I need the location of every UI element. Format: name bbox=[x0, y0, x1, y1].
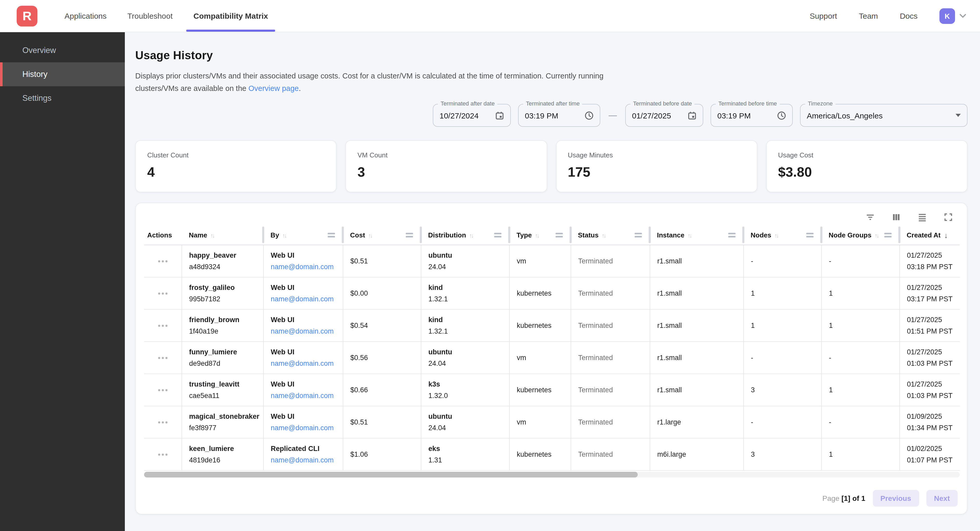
timezone-select[interactable]: Timezone America/Los_Angeles bbox=[800, 104, 967, 127]
sidebar-item-settings[interactable]: Settings bbox=[0, 86, 125, 110]
sidebar: Overview History Settings bbox=[0, 32, 125, 531]
horizontal-scrollbar[interactable] bbox=[144, 471, 960, 477]
email-link[interactable]: name@domain.com bbox=[271, 455, 338, 465]
column-header[interactable]: Instance ↑↓ ↓ bbox=[650, 226, 743, 245]
terminated-before-date-field[interactable]: Terminated before date 01/27/2025 bbox=[625, 104, 703, 127]
email-link[interactable]: name@domain.com bbox=[271, 326, 338, 336]
email-link[interactable]: name@domain.com bbox=[271, 423, 338, 433]
nodes-cell: 1 bbox=[743, 309, 821, 341]
page-description: Displays prior clusters/VMs and their as… bbox=[135, 70, 967, 95]
column-resize-handle[interactable] bbox=[555, 233, 563, 238]
clock-icon[interactable] bbox=[585, 111, 593, 120]
status-cell: Terminated bbox=[571, 374, 650, 406]
sort-icon: ↑↓ bbox=[688, 232, 691, 238]
cluster-name: funny_lumiere bbox=[189, 347, 259, 357]
node-groups-cell: - bbox=[821, 245, 899, 277]
scrollbar-thumb[interactable] bbox=[144, 471, 638, 477]
nav-link-team[interactable]: Team bbox=[859, 11, 878, 20]
filter-icon[interactable] bbox=[863, 210, 878, 225]
field-value: 01/27/2025 bbox=[632, 111, 671, 120]
column-header[interactable]: Node Groups ↑↓ ↓ bbox=[821, 226, 899, 245]
column-header[interactable]: Nodes ↑↓ ↓ bbox=[743, 226, 821, 245]
density-icon[interactable] bbox=[915, 210, 929, 225]
cluster-name: frosty_galileo bbox=[189, 282, 259, 292]
stat-value: $3.80 bbox=[778, 164, 956, 180]
fullscreen-icon[interactable] bbox=[941, 210, 956, 225]
nav-link-docs[interactable]: Docs bbox=[900, 11, 918, 20]
email-link[interactable]: name@domain.com bbox=[271, 294, 338, 304]
table-row: friendly_brown1f40a19e Web UIname@domain… bbox=[144, 309, 960, 341]
column-header[interactable]: Actions ↑↓ ↓ bbox=[144, 226, 181, 245]
node-groups-cell: 1 bbox=[821, 309, 899, 341]
avatar[interactable]: K bbox=[939, 8, 955, 24]
column-header[interactable]: By ↑↓ ↓ bbox=[263, 226, 343, 245]
created-by-source: Web UI bbox=[271, 250, 338, 260]
sort-icon: ↑↓ bbox=[774, 232, 778, 238]
clock-icon[interactable] bbox=[777, 111, 786, 120]
sort-icon: ↑↓ bbox=[368, 232, 372, 238]
terminated-after-date-field[interactable]: Terminated after date 10/27/2024 bbox=[433, 104, 511, 127]
stat-value: 175 bbox=[568, 164, 745, 180]
columns-icon[interactable] bbox=[889, 210, 904, 225]
stat-value: 4 bbox=[147, 164, 325, 180]
terminated-before-time-field[interactable]: Terminated before time 03:19 PM bbox=[711, 104, 793, 127]
replicated-logo[interactable]: R bbox=[17, 5, 37, 26]
sidebar-item-overview[interactable]: Overview bbox=[0, 38, 125, 62]
column-resize-handle[interactable] bbox=[728, 233, 735, 238]
sidebar-item-history[interactable]: History bbox=[0, 62, 125, 86]
row-actions-button[interactable] bbox=[155, 257, 170, 265]
distribution-version: 24.04 bbox=[428, 262, 505, 271]
terminated-after-time-field[interactable]: Terminated after time 03:19 PM bbox=[518, 104, 600, 127]
sort-icon: ↑↓ bbox=[469, 232, 473, 238]
row-actions-button[interactable] bbox=[155, 418, 170, 426]
next-page-button[interactable]: Next bbox=[926, 490, 958, 507]
column-header[interactable]: Status ↑↓ ↓ bbox=[571, 226, 650, 245]
description-line1: Displays prior clusters/VMs and their as… bbox=[135, 72, 603, 80]
nodes-cell: - bbox=[743, 406, 821, 438]
field-value: America/Los_Angeles bbox=[807, 111, 883, 120]
distribution-version: 1.32.1 bbox=[428, 326, 505, 336]
column-header[interactable]: Name ↑↓ ↓ bbox=[181, 226, 263, 245]
email-link[interactable]: name@domain.com bbox=[271, 358, 338, 368]
nav-item-compatibility-matrix[interactable]: Compatibility Matrix bbox=[185, 0, 277, 32]
column-header[interactable]: Created At ↑↓ ↓ bbox=[899, 226, 960, 245]
distribution-name: eks bbox=[428, 444, 505, 453]
account-menu[interactable]: K bbox=[939, 8, 966, 24]
created-date: 01/02/2025 bbox=[907, 444, 956, 453]
column-resize-handle[interactable] bbox=[806, 233, 813, 238]
row-actions-button[interactable] bbox=[155, 386, 170, 394]
cost-cell: $0.51 bbox=[343, 245, 421, 277]
column-resize-handle[interactable] bbox=[884, 233, 892, 238]
created-date: 01/27/2025 bbox=[907, 315, 956, 325]
email-link[interactable]: name@domain.com bbox=[271, 390, 338, 400]
calendar-icon[interactable] bbox=[495, 111, 504, 120]
type-cell: kubernetes bbox=[509, 374, 571, 406]
table-toolbar bbox=[144, 208, 959, 226]
nav-link-support[interactable]: Support bbox=[810, 11, 837, 20]
previous-page-button[interactable]: Previous bbox=[873, 490, 919, 507]
column-resize-handle[interactable] bbox=[406, 233, 413, 238]
column-resize-handle[interactable] bbox=[328, 233, 335, 238]
distribution-version: 1.32.0 bbox=[428, 390, 505, 400]
calendar-icon[interactable] bbox=[688, 111, 697, 120]
column-header[interactable]: Distribution ↑↓ ↓ bbox=[421, 226, 509, 245]
created-time: 01:07 PM PST bbox=[907, 455, 956, 465]
nav-item-applications[interactable]: Applications bbox=[56, 0, 115, 32]
overview-page-link[interactable]: Overview page bbox=[248, 84, 299, 92]
row-actions-button[interactable] bbox=[155, 289, 170, 298]
column-resize-handle[interactable] bbox=[635, 233, 642, 238]
row-actions-button[interactable] bbox=[155, 450, 170, 459]
instance-cell: r1.small bbox=[650, 309, 743, 341]
column-header[interactable]: Type ↑↓ ↓ bbox=[509, 226, 571, 245]
column-header[interactable]: Cost ↑↓ ↓ bbox=[343, 226, 421, 245]
sort-icon: ↑↓ bbox=[210, 232, 214, 238]
description-line2: clusters/VMs are available on the bbox=[135, 84, 248, 92]
cost-cell: $0.56 bbox=[343, 341, 421, 374]
cluster-name: keen_lumiere bbox=[189, 444, 259, 453]
nav-item-troubleshoot[interactable]: Troubleshoot bbox=[119, 0, 181, 32]
row-actions-button[interactable] bbox=[155, 322, 170, 330]
row-actions-button[interactable] bbox=[155, 354, 170, 362]
column-resize-handle[interactable] bbox=[494, 233, 501, 238]
email-link[interactable]: name@domain.com bbox=[271, 262, 338, 271]
type-cell: vm bbox=[509, 245, 571, 277]
